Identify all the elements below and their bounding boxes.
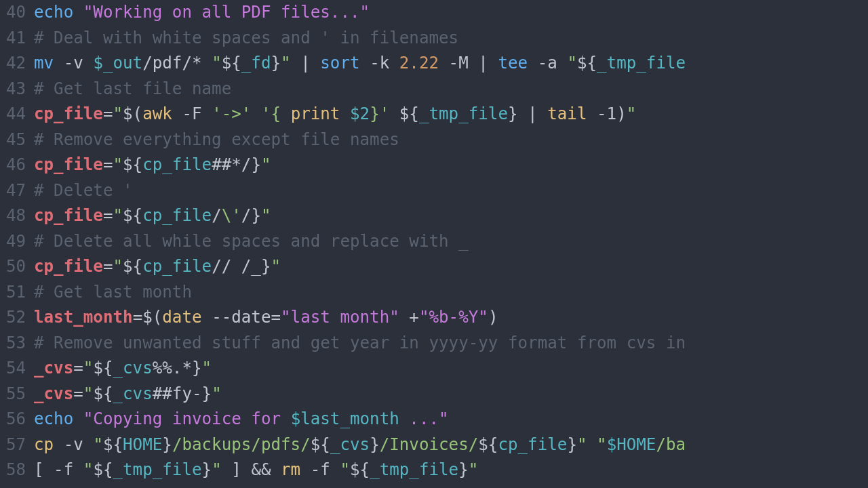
code-token: " <box>113 155 123 174</box>
code-token: } <box>567 435 577 454</box>
code-content[interactable]: [ -f "${_tmp_file}" ] && rm -f "${_tmp_f… <box>34 458 478 483</box>
code-line[interactable]: 57cp -v "${HOME}/backups/pdfs/${_cvs}/In… <box>0 432 868 458</box>
code-content[interactable]: last_month=$(date --date="last month" +"… <box>34 305 498 331</box>
code-token: last_month <box>34 308 133 327</box>
code-token: # Delete all while spaces and replace wi… <box>34 232 469 251</box>
code-token: " <box>93 435 103 454</box>
line-number: 51 <box>0 280 34 306</box>
code-token: + <box>399 308 419 327</box>
code-token: } <box>271 54 281 73</box>
code-token: " <box>597 435 607 454</box>
code-token: $last_month <box>291 409 399 428</box>
code-token: } <box>251 206 261 225</box>
code-content[interactable]: cp_file="$(awk -F '->' '{ print $2}' ${_… <box>34 102 636 127</box>
code-content[interactable]: _cvs="${_cvs%%.*}" <box>34 356 212 382</box>
line-number: 50 <box>0 254 34 280</box>
code-token: # Remove everything except file names <box>34 130 399 149</box>
code-token: $2 <box>350 104 370 123</box>
line-number: 49 <box>0 229 34 255</box>
line-number: 53 <box>0 331 34 357</box>
code-line[interactable]: 43# Get last file name <box>0 77 868 102</box>
code-token: -F <box>182 104 212 123</box>
code-line[interactable]: 48cp_file="${cp_file/\'/}" <box>0 203 868 229</box>
code-line[interactable]: 44cp_file="$(awk -F '->' '{ print $2}' $… <box>0 102 868 127</box>
line-number: 52 <box>0 305 34 331</box>
code-line[interactable]: 45# Remove everything except file names <box>0 127 868 153</box>
code-token: ##fy- <box>153 384 202 403</box>
code-content[interactable]: cp_file="${cp_file##*/}" <box>34 152 271 178</box>
code-line[interactable]: 53# Remove unwanted stuff and get year i… <box>0 331 868 357</box>
line-number: 55 <box>0 382 34 407</box>
code-line[interactable]: 49# Delete all while spaces and replace … <box>0 229 868 255</box>
code-token: = <box>103 104 113 123</box>
code-token: cp_file <box>34 257 103 276</box>
code-token: ${ <box>93 460 113 479</box>
code-editor[interactable]: 40echo "Working on all PDF files..."41# … <box>0 0 868 483</box>
code-token: -v <box>64 54 94 73</box>
code-token: -f <box>311 460 340 479</box>
code-token: = <box>103 206 113 225</box>
code-content[interactable]: echo "Working on all PDF files..." <box>34 0 370 26</box>
line-number: 42 <box>0 51 34 77</box>
code-line[interactable]: 50cp_file="${cp_file// /_}" <box>0 254 868 280</box>
code-token: echo <box>34 3 83 22</box>
code-line[interactable]: 58[ -f "${_tmp_file}" ] && rm -f "${_tmp… <box>0 458 868 483</box>
code-token: _tmp_file <box>113 460 202 479</box>
code-line[interactable]: 55_cvs="${_cvs##fy-}" <box>0 382 868 407</box>
code-token: " <box>469 460 479 479</box>
code-line[interactable]: 41# Deal with white spaces and ' in file… <box>0 26 868 52</box>
code-token: # Get last file name <box>34 79 231 98</box>
code-token: " <box>627 104 637 123</box>
code-token: ${ <box>123 257 142 276</box>
code-token: } <box>261 257 271 276</box>
code-token: $HOME <box>607 435 656 454</box>
code-line[interactable]: 52last_month=$(date --date="last month" … <box>0 305 868 331</box>
code-token: '->' <box>212 104 251 123</box>
code-line[interactable]: 47# Delete ' <box>0 178 868 204</box>
code-token: ${ <box>478 435 498 454</box>
code-content[interactable]: # Get last file name <box>34 77 231 102</box>
code-token: \' <box>222 206 241 225</box>
code-token: "Copying invoice for <box>83 409 291 428</box>
code-content[interactable]: cp -v "${HOME}/backups/pdfs/${_cvs}/Invo… <box>34 432 686 458</box>
code-token: cp <box>34 435 64 454</box>
code-content[interactable]: # Delete all while spaces and replace wi… <box>34 229 469 255</box>
code-token: } <box>192 359 202 378</box>
code-content[interactable]: # Deal with white spaces and ' in filena… <box>34 26 458 52</box>
code-token: "Working on all PDF files..." <box>83 3 370 22</box>
code-content[interactable]: cp_file="${cp_file/\'/}" <box>34 203 271 229</box>
code-line[interactable]: 54_cvs="${_cvs%%.*}" <box>0 356 868 382</box>
code-token: && <box>251 460 271 479</box>
code-line[interactable]: 51# Get last month <box>0 280 868 306</box>
code-content[interactable]: mv -v $_out/pdf/* "${_fd}" | sort -k 2.2… <box>34 51 686 77</box>
code-token: ) <box>488 308 498 327</box>
code-token: _fd <box>241 54 271 73</box>
code-content[interactable]: cp_file="${cp_file// /_}" <box>34 254 281 280</box>
code-token: cp_file <box>142 206 212 225</box>
code-content[interactable]: echo "Copying invoice for $last_month ..… <box>34 407 449 432</box>
code-token: ${ <box>350 460 370 479</box>
code-line[interactable]: 40echo "Working on all PDF files..." <box>0 0 868 26</box>
code-token: " <box>577 435 587 454</box>
code-content[interactable]: # Delete ' <box>34 178 133 204</box>
code-token: # Get last month <box>34 283 192 302</box>
code-content[interactable]: # Remove everything except file names <box>34 127 399 153</box>
code-token: # Delete ' <box>34 181 133 200</box>
code-token: / <box>212 206 222 225</box>
code-token: ${ <box>577 54 597 73</box>
code-token <box>271 460 281 479</box>
line-number: 54 <box>0 356 34 382</box>
code-token: } <box>251 155 261 174</box>
code-content[interactable]: # Get last month <box>34 280 192 306</box>
code-line[interactable]: 56echo "Copying invoice for $last_month … <box>0 407 868 432</box>
code-line[interactable]: 46cp_file="${cp_file##*/}" <box>0 152 868 178</box>
code-content[interactable]: _cvs="${_cvs##fy-}" <box>34 382 222 407</box>
code-token: "last month" <box>281 308 399 327</box>
code-token: tail <box>547 104 597 123</box>
code-token <box>251 104 261 123</box>
code-token: cp_file <box>142 155 212 174</box>
code-token: /pdf/* <box>142 54 212 73</box>
code-content[interactable]: # Remove unwanted stuff and get year in … <box>34 331 686 357</box>
code-line[interactable]: 42mv -v $_out/pdf/* "${_fd}" | sort -k 2… <box>0 51 868 77</box>
code-token: %%.* <box>153 359 192 378</box>
